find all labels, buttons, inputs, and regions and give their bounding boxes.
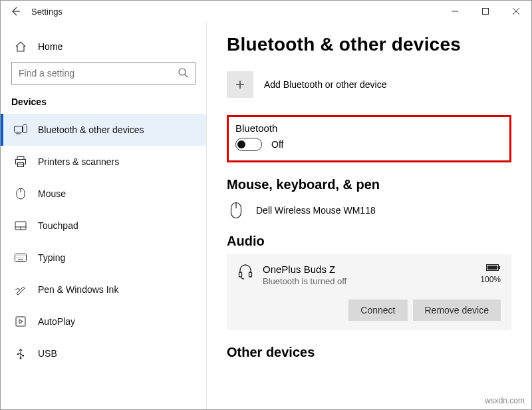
svg-rect-19 [499, 266, 500, 269]
mouse-device-row[interactable]: Dell Wireless Mouse WM118 [227, 198, 511, 234]
nav-label: Printers & scanners [38, 156, 119, 167]
nav-pen[interactable]: Pen & Windows Ink [1, 274, 206, 306]
nav-list: Bluetooth & other devices Printers & sca… [1, 114, 206, 369]
search-box[interactable] [11, 62, 196, 85]
section-mouse-heading: Mouse, keyboard, & pen [227, 177, 511, 192]
titlebar: Settings [1, 1, 531, 22]
mouse-device-name: Dell Wireless Mouse WM118 [256, 205, 376, 216]
printer-icon [14, 156, 27, 168]
svg-rect-12 [23, 355, 25, 357]
connect-button[interactable]: Connect [348, 300, 407, 321]
nav-typing[interactable]: Typing [1, 242, 206, 274]
battery-indicator: 100% [480, 264, 501, 284]
headset-icon [237, 264, 253, 282]
svg-rect-0 [483, 9, 489, 15]
nav-label: Bluetooth & other devices [38, 124, 144, 135]
close-button[interactable] [501, 1, 531, 22]
bluetooth-toggle[interactable] [235, 138, 262, 151]
mouse-icon [227, 202, 245, 219]
nav-label: Pen & Windows Ink [38, 284, 118, 295]
nav-label: Mouse [38, 188, 66, 199]
usb-icon [14, 347, 27, 359]
pen-icon [14, 284, 27, 296]
back-button[interactable] [10, 6, 21, 17]
svg-rect-4 [17, 157, 24, 160]
svg-point-13 [20, 357, 22, 359]
home-link[interactable]: Home [1, 34, 206, 62]
watermark: wsxdn.com [485, 396, 525, 405]
remove-device-button[interactable]: Remove device [413, 300, 501, 321]
bluetooth-highlight: Bluetooth Off [227, 115, 511, 162]
svg-point-11 [17, 353, 19, 355]
battery-icon [486, 264, 501, 274]
nav-label: Touchpad [38, 220, 78, 231]
nav-touchpad[interactable]: Touchpad [1, 210, 206, 242]
sidebar: Home Devices Bluetooth & other devices [1, 22, 207, 409]
autoplay-icon [14, 316, 27, 327]
nav-autoplay[interactable]: AutoPlay [1, 306, 206, 337]
svg-rect-2 [15, 126, 23, 132]
nav-usb[interactable]: USB [1, 337, 206, 369]
touchpad-icon [14, 221, 27, 230]
bluetooth-state: Off [271, 139, 283, 150]
nav-printers[interactable]: Printers & scanners [1, 146, 206, 178]
search-input[interactable] [19, 68, 172, 79]
audio-device-name: OnePlus Buds Z [263, 264, 471, 275]
svg-rect-3 [23, 125, 27, 133]
mouse-icon [14, 188, 27, 200]
page-heading: Bluetooth & other devices [227, 34, 511, 55]
keyboard-icon [14, 254, 27, 262]
maximize-button[interactable] [470, 1, 501, 22]
svg-rect-15 [239, 272, 242, 277]
sidebar-category: Devices [1, 97, 206, 114]
nav-mouse[interactable]: Mouse [1, 178, 206, 210]
bluetooth-label: Bluetooth [235, 122, 503, 134]
svg-point-1 [179, 69, 186, 75]
nav-label: Typing [38, 252, 65, 263]
main-content: Bluetooth & other devices + Add Bluetoot… [207, 22, 531, 409]
battery-percent: 100% [480, 275, 501, 284]
nav-label: USB [38, 348, 57, 359]
plus-icon: + [227, 71, 253, 98]
home-icon [14, 41, 27, 53]
svg-rect-6 [18, 163, 24, 167]
nav-label: AutoPlay [38, 316, 75, 327]
svg-rect-16 [249, 272, 252, 277]
svg-rect-18 [487, 266, 497, 270]
minimize-button[interactable] [440, 1, 470, 22]
svg-rect-10 [16, 317, 25, 326]
svg-rect-5 [16, 160, 26, 164]
section-other-heading: Other devices [227, 345, 511, 360]
audio-device-status: Bluetooth is turned off [263, 276, 471, 286]
audio-device-card[interactable]: OnePlus Buds Z Bluetooth is turned off 1… [227, 254, 511, 330]
toggle-knob [237, 140, 245, 148]
add-device-button[interactable]: + Add Bluetooth or other device [227, 71, 511, 98]
window-title: Settings [31, 7, 63, 17]
home-label: Home [38, 41, 63, 52]
nav-bluetooth[interactable]: Bluetooth & other devices [1, 114, 206, 146]
settings-window: Settings Home Devices [0, 0, 532, 410]
section-audio-heading: Audio [227, 234, 511, 249]
add-device-label: Add Bluetooth or other device [264, 79, 386, 90]
devices-icon [14, 124, 27, 135]
search-icon [178, 67, 188, 80]
